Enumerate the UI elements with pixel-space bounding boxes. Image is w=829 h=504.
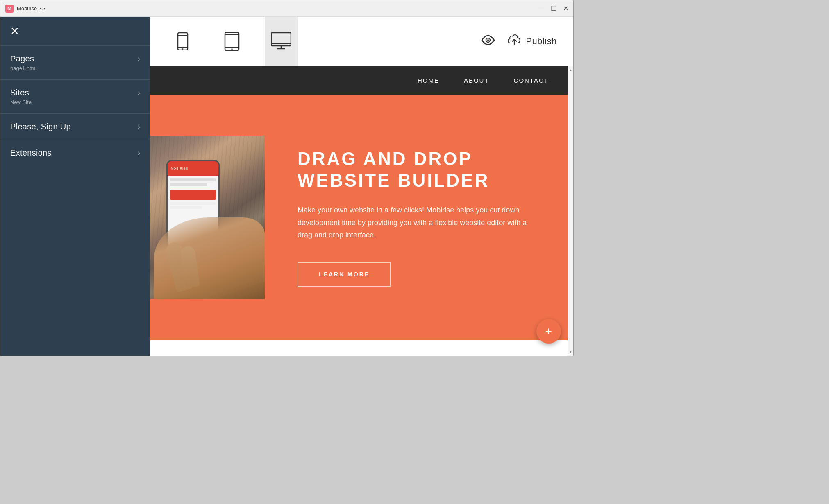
sidebar-item-extensions[interactable]: Extensions ›	[0, 140, 150, 166]
toolbar: Publish	[150, 17, 573, 66]
chevron-right-icon: ›	[138, 54, 140, 63]
desktop-view-button[interactable]	[265, 17, 298, 66]
minimize-button[interactable]: —	[538, 5, 544, 12]
toolbar-right: Publish	[481, 34, 557, 49]
hero-cta-button[interactable]: LEARN MORE	[298, 262, 391, 287]
publish-label: Publish	[526, 36, 557, 47]
mobile-view-button[interactable]	[166, 17, 199, 66]
nav-link-contact[interactable]: CONTACT	[514, 77, 549, 84]
hero-section: MOBIRISE	[150, 95, 573, 340]
svg-point-3	[182, 48, 184, 50]
scroll-down-button[interactable]: ▼	[568, 348, 573, 356]
sidebar-pages-subtitle: page1.html	[10, 65, 140, 71]
scrollbar-track: ▲ ▼	[568, 66, 573, 356]
editor-area: Publish HOME ABOUT CONTACT	[150, 17, 573, 356]
hero-image: MOBIRISE	[150, 136, 265, 299]
upload-icon	[508, 34, 521, 48]
close-button[interactable]: ✕	[563, 5, 568, 12]
window-controls: — ☐ ✕	[538, 5, 568, 12]
sidebar-item-sites[interactable]: Sites › New Site	[0, 79, 150, 113]
maximize-button[interactable]: ☐	[551, 5, 556, 12]
hero-title: DRAG AND DROP WEBSITE BUILDER	[298, 148, 541, 192]
nav-link-home[interactable]: HOME	[418, 77, 439, 84]
publish-button[interactable]: Publish	[508, 34, 557, 48]
svg-point-13	[487, 39, 489, 41]
app-window: M Mobirise 2.7 — ☐ ✕ ✕ Pages › page1.htm…	[0, 0, 574, 356]
nav-link-about[interactable]: ABOUT	[464, 77, 489, 84]
chevron-right-icon: ›	[138, 88, 140, 97]
sidebar-sites-title: Sites	[10, 88, 29, 97]
hero-description: Make your own website in a few clicks! M…	[298, 204, 541, 242]
preview-content[interactable]: HOME ABOUT CONTACT M	[150, 66, 573, 356]
sidebar: ✕ Pages › page1.html Sites › New Site Pl…	[0, 17, 150, 356]
scroll-up-button[interactable]: ▲	[568, 66, 573, 74]
sidebar-extensions-title: Extensions	[10, 148, 52, 158]
device-buttons	[166, 17, 298, 66]
window-title: Mobirise 2.7	[17, 5, 538, 11]
sidebar-signup-title: Please, Sign Up	[10, 122, 71, 131]
sidebar-item-pages[interactable]: Pages › page1.html	[0, 45, 150, 79]
sidebar-item-signup[interactable]: Please, Sign Up ›	[0, 113, 150, 140]
tablet-view-button[interactable]	[216, 17, 248, 66]
svg-point-7	[231, 48, 233, 50]
main-area: ✕ Pages › page1.html Sites › New Site Pl…	[0, 17, 573, 356]
sidebar-sites-subtitle: New Site	[10, 99, 140, 105]
sidebar-pages-title: Pages	[10, 54, 34, 63]
app-icon: M	[5, 5, 14, 13]
title-bar: M Mobirise 2.7 — ☐ ✕	[0, 0, 573, 17]
preview-button[interactable]	[481, 34, 495, 49]
site-navigation: HOME ABOUT CONTACT	[150, 66, 573, 95]
chevron-right-icon: ›	[138, 122, 140, 131]
sidebar-close-button[interactable]: ✕	[0, 17, 150, 45]
chevron-right-icon: ›	[138, 149, 140, 157]
add-block-button[interactable]: +	[536, 319, 561, 344]
hero-content: DRAG AND DROP WEBSITE BUILDER Make your …	[265, 124, 573, 311]
